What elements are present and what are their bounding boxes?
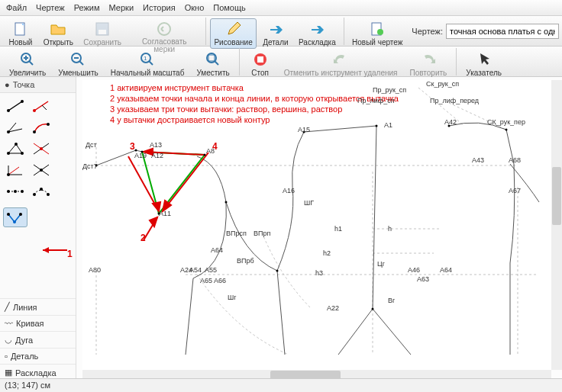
canvas-wrap: 1 активируем инструмент вытачка 2 указыв… (76, 77, 562, 381)
pattern-svg (82, 80, 551, 370)
svg-point-69 (276, 270, 279, 272)
stop-button[interactable]: Стоп (244, 49, 277, 79)
drawing-canvas[interactable]: 1 активируем инструмент вытачка 2 указыв… (82, 80, 551, 370)
tool-intersection-red[interactable] (29, 139, 53, 159)
content-area: ● Точка ╱Линия 〰Кривая ◡Дуга ▫Деталь ▦Ра… (0, 77, 562, 381)
svg-point-28 (40, 147, 43, 150)
lbl-a13: А13 (150, 141, 162, 149)
svg-point-20 (7, 130, 10, 133)
redo-button[interactable]: Повторить (405, 49, 453, 79)
tool-point-on-arc[interactable] (29, 182, 53, 201)
section-point[interactable]: ● Точка (0, 77, 76, 93)
tool-angle[interactable] (3, 117, 27, 137)
svg-point-33 (40, 169, 43, 172)
menu-history[interactable]: История (143, 3, 176, 12)
lbl-cg: Цг (377, 260, 385, 268)
tool-intersection[interactable] (29, 160, 53, 180)
lbl-a55: А55 (205, 266, 217, 274)
svg-rect-11 (208, 55, 215, 61)
zoom-out-button[interactable]: Уменьшить (53, 49, 103, 79)
lbl-vprsp: ВПрсп (226, 230, 247, 237)
lbl-a8: А8 (206, 147, 215, 155)
lbl-bg: Вг (388, 297, 395, 304)
cat-arc[interactable]: ◡Дуга (0, 331, 76, 348)
tool-bisector[interactable] (3, 160, 27, 180)
open-button[interactable]: Открыть (39, 18, 78, 49)
lbl-h3: h3 (315, 269, 323, 277)
pointer-button[interactable]: Указатель (460, 49, 507, 79)
sync-icon (156, 21, 173, 37)
svg-point-43 (13, 220, 16, 223)
side-category-list: ╱Линия 〰Кривая ◡Дуга ▫Деталь ▦Раскладка (0, 298, 76, 381)
ann-3: 3 (130, 141, 135, 152)
lbl-a63: А63 (417, 275, 429, 283)
details-mode-button[interactable]: Детали (258, 18, 292, 49)
svg-point-40 (47, 193, 50, 196)
lbl-a19: А19 (134, 152, 147, 159)
lbl-a43: А43 (472, 156, 484, 164)
undo-icon (332, 51, 349, 68)
new-icon (12, 21, 29, 37)
svg-point-39 (40, 188, 43, 191)
lbl-vprp: ВПрп (254, 230, 270, 237)
cat-detail[interactable]: ▫Деталь (0, 348, 76, 364)
drawing-name-input[interactable] (446, 24, 559, 39)
save-button[interactable]: Сохранить (79, 18, 126, 49)
lbl-a54: А54 (189, 266, 202, 274)
bullet-icon: ● (5, 80, 10, 89)
lbl-a80: А80 (89, 266, 101, 274)
menu-mode[interactable]: Режим (74, 3, 100, 12)
svg-marker-74 (43, 247, 49, 253)
tool-shoulder[interactable] (29, 117, 53, 137)
lbl-a64b: А64 (440, 266, 452, 274)
svg-point-24 (15, 143, 18, 146)
lbl-a1: А1 (384, 121, 392, 129)
curve-icon: 〰 (5, 319, 13, 328)
menu-measures[interactable]: Мерки (109, 3, 134, 12)
point-tool-grid (0, 93, 76, 204)
menu-file[interactable]: Файл (6, 3, 27, 12)
lbl-h1: h1 (334, 225, 342, 233)
vertical-scrollbar[interactable] (551, 80, 562, 370)
scroll-thumb-v[interactable] (552, 167, 561, 225)
svg-rect-2 (99, 30, 106, 34)
sync-measures-button[interactable]: Согласовать мерки (127, 18, 202, 56)
svg-line-29 (8, 167, 19, 175)
tool-segment[interactable] (3, 96, 27, 116)
svg-rect-13 (257, 56, 263, 63)
layout-mode-button[interactable]: Раскладка (295, 18, 341, 49)
svg-point-30 (7, 173, 10, 176)
undo-button[interactable]: Отменить инструмент удаления (279, 49, 403, 79)
pointer-icon (476, 51, 493, 68)
menu-drawing[interactable]: Чертеж (36, 3, 65, 12)
menu-help[interactable]: Помощь (213, 3, 246, 12)
tool-dart[interactable] (3, 207, 27, 227)
cat-line[interactable]: ╱Линия (0, 298, 76, 315)
lbl-dst7: Дст7 (82, 162, 98, 170)
arc-icon: ◡ (5, 335, 12, 345)
svg-point-23 (7, 152, 10, 155)
lbl-a12: А12 (151, 152, 163, 159)
tool-point-on-line[interactable] (3, 182, 27, 201)
zoom-in-button[interactable]: Увеличить (4, 49, 51, 79)
arrow-1 (38, 243, 69, 258)
new-drawing-button[interactable]: Новый чертеж (348, 18, 406, 49)
draw-mode-button[interactable]: Рисование (210, 18, 257, 49)
line-icon: ╱ (5, 302, 10, 312)
tool-perpendicular[interactable] (29, 96, 53, 116)
lbl-a16: А16 (283, 187, 295, 194)
lbl-pr-ruk-sp: Пр_рук_сп (373, 86, 406, 94)
ann-2: 2 (140, 233, 146, 243)
lbl-a67: А67 (509, 187, 521, 194)
lbl-shg: ШГ (304, 199, 314, 207)
tool-sidebar: ● Точка ╱Линия 〰Кривая ◡Дуга ▫Деталь ▦Ра… (0, 77, 76, 381)
menu-window[interactable]: Окно (185, 3, 205, 12)
svg-point-22 (47, 123, 50, 126)
tool-triangle[interactable] (3, 139, 27, 159)
new-button[interactable]: Новый (4, 18, 37, 49)
redo-icon (420, 51, 437, 68)
svg-point-41 (7, 213, 10, 216)
save-icon (94, 21, 111, 37)
cat-curve[interactable]: 〰Кривая (0, 315, 76, 331)
zoom-in-icon (19, 51, 36, 68)
